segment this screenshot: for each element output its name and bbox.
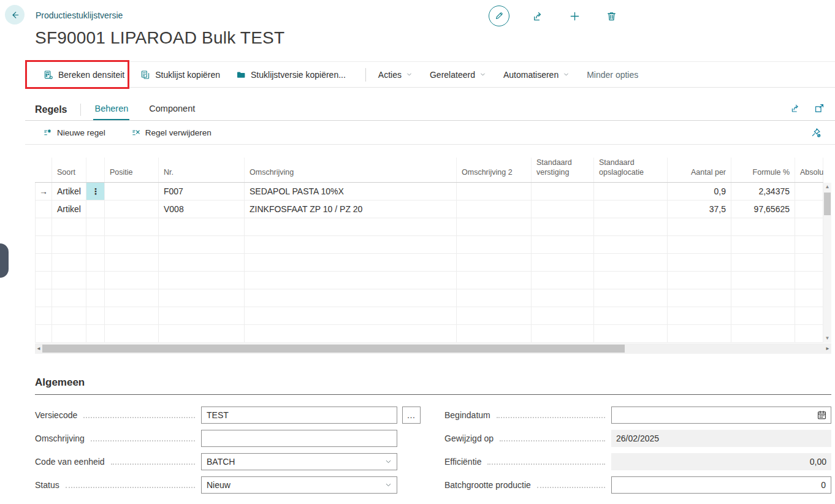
col-header-blank[interactable] [36,158,52,182]
empty-cell[interactable] [245,289,457,307]
col-header-soort[interactable]: Soort [52,158,86,182]
empty-cell[interactable] [86,271,105,289]
col-header-standaard-opslaglocatie[interactable]: Standaard opslaglocatie [594,158,668,182]
code-van-eenheid-dropdown[interactable]: BATCH [201,453,397,470]
empty-cell[interactable] [795,271,823,289]
empty-cell[interactable] [457,218,532,235]
empty-cell[interactable] [731,271,795,289]
empty-cell[interactable] [457,253,532,271]
empty-cell[interactable] [532,218,594,235]
empty-cell[interactable] [457,307,532,324]
empty-cell[interactable] [532,324,594,342]
cell-omschrijving2[interactable] [457,182,532,200]
assist-edit-button[interactable]: … [402,407,421,424]
empty-cell[interactable] [731,235,795,253]
vertical-scroll-thumb[interactable] [824,193,831,215]
table-row[interactable]: ArtikelV008ZINKFOSFAAT ZP 10 / PZ 2037,5… [36,200,823,218]
empty-cell[interactable] [159,253,245,271]
action-bereken-densiteit[interactable]: Bereken densiteit [44,70,124,80]
col-header-blank[interactable] [86,158,105,182]
empty-cell[interactable] [795,307,823,324]
cell-positie[interactable] [105,200,159,218]
empty-cell[interactable] [668,307,731,324]
empty-cell[interactable] [594,235,668,253]
scroll-right-arrow[interactable]: ► [824,343,831,354]
cell-omschrijving2[interactable] [457,200,532,218]
empty-cell[interactable] [457,289,532,307]
col-header-omschrijving[interactable]: Omschrijving [245,158,457,182]
cell-soort[interactable]: Artikel [52,200,86,218]
empty-cell[interactable] [731,218,795,235]
begindatum-input[interactable] [611,407,831,424]
col-header-standaard-verstiging[interactable]: Standaard verstiging [532,158,594,182]
empty-cell[interactable] [668,271,731,289]
col-header-absolu[interactable]: Absolu [795,158,823,182]
empty-cell[interactable] [731,289,795,307]
tab-beheren[interactable]: Beheren [93,99,129,120]
empty-cell[interactable] [245,271,457,289]
col-header-positie[interactable]: Positie [105,158,159,182]
versiecode-input[interactable] [201,407,397,424]
empty-cell[interactable] [245,235,457,253]
empty-cell[interactable] [159,218,245,235]
empty-cell[interactable] [245,218,457,235]
empty-cell[interactable] [159,324,245,342]
table-row[interactable] [36,271,823,289]
tab-component[interactable]: Component [148,99,196,120]
empty-cell[interactable] [594,307,668,324]
delete-button[interactable] [606,10,617,22]
empty-cell[interactable] [36,218,52,235]
table-row[interactable] [36,235,823,253]
empty-cell[interactable] [457,324,532,342]
open-in-window-icon[interactable] [814,103,825,113]
empty-cell[interactable] [532,253,594,271]
cell-absolute[interactable] [795,182,823,200]
share-icon[interactable] [790,103,801,113]
action-stuklijst-kopi-ren[interactable]: Stuklijst kopiëren [140,70,220,80]
horizontal-scrollbar[interactable]: ◄ ► [35,343,831,354]
vertical-scrollbar[interactable]: ▲ ▼ [823,183,831,343]
empty-cell[interactable] [159,235,245,253]
empty-cell[interactable] [668,324,731,342]
table-row[interactable]: →Artikel⋮F007SEDAPOL PASTA 10%X0,92,3437… [36,182,823,200]
scroll-down-arrow[interactable]: ▼ [823,335,831,342]
menu-acties[interactable]: Acties [378,70,413,80]
empty-cell[interactable] [36,307,52,324]
empty-cell[interactable] [532,289,594,307]
empty-cell[interactable] [36,289,52,307]
empty-cell[interactable] [245,253,457,271]
empty-cell[interactable] [105,218,159,235]
empty-cell[interactable] [86,253,105,271]
scroll-left-arrow[interactable]: ◄ [35,343,42,354]
col-header-aantal-per[interactable]: Aantal per [668,158,731,182]
empty-cell[interactable] [594,271,668,289]
table-row[interactable] [36,218,823,235]
cell-formule_pct[interactable]: 2,34375 [731,182,795,200]
unpin-icon[interactable] [810,127,822,138]
empty-cell[interactable] [795,218,823,235]
empty-cell[interactable] [594,289,668,307]
empty-cell[interactable] [86,324,105,342]
cell-standaard_opslaglocatie[interactable] [594,200,668,218]
action-stuklijstversie-kopi-ren[interactable]: Stuklijstversie kopiëren... [236,70,346,80]
empty-cell[interactable] [52,235,86,253]
cell-standaard_verstiging[interactable] [532,200,594,218]
empty-cell[interactable] [159,289,245,307]
table-row[interactable] [36,289,823,307]
cell-standaard_opslaglocatie[interactable] [594,182,668,200]
empty-cell[interactable] [594,253,668,271]
empty-cell[interactable] [105,324,159,342]
empty-cell[interactable] [159,271,245,289]
empty-cell[interactable] [105,253,159,271]
batchgrootte-productie-input[interactable] [611,476,831,494]
back-button[interactable] [5,5,25,25]
scroll-up-arrow[interactable]: ▲ [823,183,831,191]
empty-cell[interactable] [52,218,86,235]
empty-cell[interactable] [86,218,105,235]
empty-cell[interactable] [731,307,795,324]
cell-absolute[interactable] [795,200,823,218]
cell-aantal_per[interactable]: 37,5 [668,200,731,218]
empty-cell[interactable] [52,253,86,271]
table-row[interactable] [36,307,823,324]
empty-cell[interactable] [245,307,457,324]
